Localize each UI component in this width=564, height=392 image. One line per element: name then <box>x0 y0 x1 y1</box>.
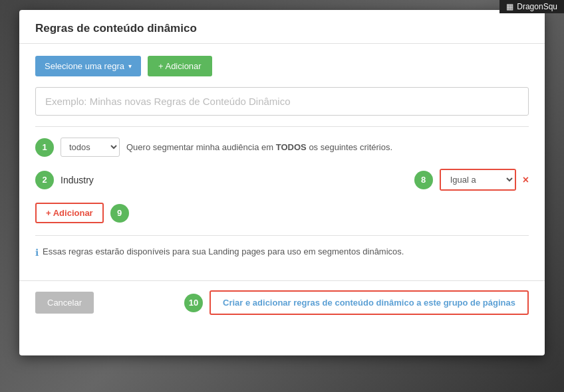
create-button[interactable]: Criar e adicionar regras de conteúdo din… <box>210 290 529 315</box>
condition-select-wrapper: Igual a Diferente de Contém Não contém <box>440 169 516 191</box>
add-main-label: + Adicionar <box>158 61 202 71</box>
modal-title: Regras de conteúdo dinâmico <box>35 22 529 35</box>
select-rule-button[interactable]: Selecione uma regra ▾ <box>35 56 141 76</box>
criteria-emphasis: TODOS <box>276 142 307 152</box>
remove-industry-button[interactable]: × <box>523 174 529 186</box>
add-inline-button[interactable]: + Adicionar <box>35 203 104 223</box>
top-bar: ▦ DragonSqu <box>499 0 564 13</box>
modal-header: Regras de conteúdo dinâmico <box>19 10 545 44</box>
criteria-description: Quero segmentar minha audiência em TODOS… <box>126 142 392 152</box>
info-text: Essas regras estarão disponíveis para su… <box>43 246 404 256</box>
modal-backdrop: Regras de conteúdo dinâmico Selecione um… <box>0 0 564 392</box>
modal-footer: Cancelar 10 Criar e adicionar regras de … <box>19 280 545 324</box>
app-name: DragonSqu <box>517 2 557 11</box>
rule-name-input[interactable] <box>35 87 529 116</box>
condition-badge: 8 <box>414 171 433 189</box>
criteria-suffix: os seguintes critérios. <box>309 142 392 152</box>
add-row: + Adicionar 9 <box>35 203 529 223</box>
chevron-down-icon: ▾ <box>128 62 132 70</box>
create-badge: 10 <box>184 294 203 312</box>
modal-body: Selecione uma regra ▾ + Adicionar 1 todo… <box>19 44 545 280</box>
info-icon: ℹ <box>35 247 39 258</box>
divider-2 <box>35 235 529 236</box>
toolbar-row: Selecione uma regra ▾ + Adicionar <box>35 56 529 76</box>
add-main-button[interactable]: + Adicionar <box>148 56 212 76</box>
app-logo-icon: ▦ <box>506 2 513 11</box>
industry-badge: 2 <box>35 171 54 189</box>
condition-select[interactable]: Igual a Diferente de Contém Não contém <box>441 170 515 189</box>
criteria-badge: 1 <box>35 138 54 157</box>
criteria-row: 1 todos qualquer Quero segmentar minha a… <box>35 138 529 157</box>
divider-1 <box>35 126 529 127</box>
info-row: ℹ Essas regras estarão disponíveis para … <box>35 246 529 268</box>
select-rule-label: Selecione uma regra <box>45 61 124 71</box>
modal-dialog: Regras de conteúdo dinâmico Selecione um… <box>19 10 545 355</box>
industry-row: 2 Industry 8 Igual a Diferente de Contém… <box>35 169 529 191</box>
cancel-button[interactable]: Cancelar <box>35 292 94 314</box>
add-badge: 9 <box>110 204 129 223</box>
footer-right: 10 Criar e adicionar regras de conteúdo … <box>184 290 529 315</box>
criteria-prefix: Quero segmentar minha audiência em <box>126 142 273 152</box>
criteria-select[interactable]: todos qualquer <box>61 138 120 157</box>
industry-label: Industry <box>61 175 140 185</box>
